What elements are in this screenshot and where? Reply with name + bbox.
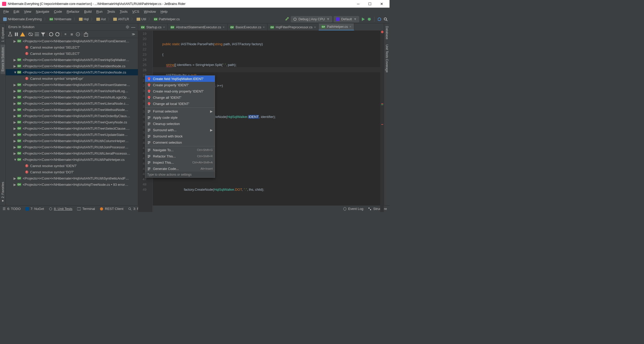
action-surround-with-[interactable]: Surround with...▶ xyxy=(145,127,215,133)
hammer-icon[interactable] xyxy=(285,17,289,22)
debug-icon[interactable] xyxy=(367,17,372,22)
close-icon[interactable]: × xyxy=(350,25,351,29)
crumb-6[interactable]: C#PathHelper.cs xyxy=(152,17,181,22)
file-item[interactable]: ▶C#<Projects>\<Core>\<NHibernate>\Hql\As… xyxy=(6,57,138,63)
popup-footer[interactable]: Type to show actions or settings xyxy=(145,172,215,177)
menu-window[interactable]: Window xyxy=(142,9,158,15)
file-item[interactable]: ▶C#<Projects>\<Core>\<NHibernate>\Hql\As… xyxy=(6,63,138,69)
error-item[interactable]: !Cannot resolve symbol 'SELECT' xyxy=(6,50,138,57)
bottom-nuget[interactable]: 7: NuGet xyxy=(25,207,44,211)
file-item[interactable]: ▶C#<Projects>\<Core>\<NHibernate>\Hql\As… xyxy=(6,100,138,107)
hide-errors-icon[interactable] xyxy=(28,31,33,37)
menu-vcs[interactable]: VCS xyxy=(130,9,142,15)
action-create-field-hqlsqlwalker-ident-[interactable]: Create field 'HqlSqlWalker.IDENT' xyxy=(145,76,215,82)
action-cleanup-selection[interactable]: Cleanup selection xyxy=(145,121,215,127)
action-comment-selection[interactable]: Comment selection xyxy=(145,139,215,145)
outdent-icon[interactable]: ≣ xyxy=(69,31,75,37)
target-icon[interactable] xyxy=(75,31,81,37)
tab-explorer[interactable]: 1: Explorer xyxy=(1,24,5,45)
action-apply-code-style[interactable]: Apply code style xyxy=(145,114,215,121)
file-item[interactable]: ▶C#<Projects>\<Core>\<NHibernate>\Hql\As… xyxy=(6,119,138,125)
bottom-todo[interactable]: ☰ 6: TODO xyxy=(3,207,21,211)
menu-help[interactable]: Help xyxy=(158,9,170,15)
file-item[interactable]: ▶C#<Projects>\<Core>\<NHibernate>\Hql\As… xyxy=(6,181,138,188)
flask-icon[interactable] xyxy=(7,31,13,37)
crumb-4[interactable]: ANTLR xyxy=(112,17,131,22)
action-format-selection[interactable]: Format selection▶ xyxy=(145,108,215,114)
action-generate-code-[interactable]: Generate Code...Alt+Insert xyxy=(145,166,215,172)
tab-basicexecutor-cs[interactable]: C#BasicExecutor.cs× xyxy=(227,24,268,30)
close-icon[interactable]: × xyxy=(223,25,225,29)
error-item[interactable]: !Cannot resolve symbol 'simpleExpr' xyxy=(6,75,138,82)
file-item[interactable]: ▶C#<Projects>\<Core>\<NHibernate>\Hql\As… xyxy=(6,131,138,138)
tab-pathhelper-cs[interactable]: C#PathHelper.cs× xyxy=(319,23,354,30)
refresh-icon[interactable] xyxy=(48,31,54,37)
gear-icon[interactable] xyxy=(125,25,130,29)
menu-view[interactable]: View xyxy=(22,9,33,15)
action-inspect-this-[interactable]: Inspect This...Ctrl+Alt+Shift+A xyxy=(145,159,215,166)
file-item[interactable]: ▶C#<Projects>\<Core>\<NHibernate>\Hql\As… xyxy=(6,138,138,144)
file-item[interactable]: ▶C#<Projects>\<Core>\<NHibernate>\Hql\As… xyxy=(6,88,138,94)
tab-startup-cs[interactable]: C#Startup.cs× xyxy=(138,24,168,30)
filter-icon[interactable] xyxy=(40,31,46,37)
export-icon[interactable] xyxy=(83,31,89,37)
errors-list[interactable]: ▶C#<Projects>\<Core>\<NHibernate>\Hql\As… xyxy=(6,38,138,205)
marker-bar[interactable] xyxy=(380,31,384,212)
tab-favorites[interactable]: ★ 2: Favorites xyxy=(1,181,5,205)
action-navigate-to-[interactable]: Navigate To...Ctrl+Shift+G xyxy=(145,147,215,153)
file-item[interactable]: ▶C#<Projects>\<Core>\<NHibernate>\Hql\As… xyxy=(6,150,138,156)
close-icon[interactable]: × xyxy=(163,25,165,29)
menu-code[interactable]: Code xyxy=(52,9,64,15)
crumb-1[interactable]: C#NHibernate xyxy=(48,17,73,22)
crumb-2[interactable]: Hql xyxy=(77,17,90,22)
run-config-dropdown[interactable]: Default▼ xyxy=(334,16,359,22)
menu-run[interactable]: Run xyxy=(94,9,105,15)
tab-hqlfilterpreprocessor-cs[interactable]: C#HqlFilterPreprocessor.cs× xyxy=(267,24,319,30)
search-icon[interactable] xyxy=(383,17,388,22)
file-item[interactable]: ▶C#<Projects>\<Core>\<NHibernate>\Hql\As… xyxy=(6,82,138,88)
action-change-all-local-ident-[interactable]: Change all local 'IDENT' xyxy=(145,101,215,107)
refresh2-icon[interactable] xyxy=(55,31,60,37)
minimize-button[interactable]: ─ xyxy=(352,0,364,8)
file-item[interactable]: ▶C#<Projects>\<Core>\<NHibernate>\Hql\As… xyxy=(6,107,138,113)
warning-icon[interactable] xyxy=(20,31,25,37)
pause-icon[interactable] xyxy=(14,31,19,37)
menu-build[interactable]: Build xyxy=(82,9,94,15)
menu-tools[interactable]: Tools xyxy=(117,9,130,15)
bottom-tests[interactable]: 8: Unit Tests xyxy=(49,207,72,211)
file-item[interactable]: ▶C#<Projects>\<Core>\<NHibernate>\Hql\As… xyxy=(6,94,138,100)
menu-edit[interactable]: Edit xyxy=(11,9,22,15)
file-item[interactable]: ▶C#<Projects>\<Core>\<NHibernate>\Hql\As… xyxy=(6,38,138,44)
action-refactor-this-[interactable]: Refactor This...Ctrl+Shift+R xyxy=(145,153,215,159)
file-item[interactable]: ▼C#<Projects>\<Core>\<NHibernate>\Hql\As… xyxy=(6,156,138,163)
menu-tests[interactable]: Tests xyxy=(105,9,117,15)
error-item[interactable]: !Cannot resolve symbol 'SELECT' xyxy=(6,44,138,50)
bottom-rest[interactable]: REST Client xyxy=(100,207,123,211)
menu-refactor[interactable]: Refactor xyxy=(64,9,82,15)
error-item[interactable]: !Cannot resolve symbol 'DOT' xyxy=(6,169,138,175)
close-icon[interactable]: × xyxy=(314,25,316,29)
tab-database[interactable]: Database xyxy=(385,23,389,42)
action-change-all-ident-[interactable]: Change all 'IDENT' xyxy=(145,94,215,101)
crumb-0[interactable]: NHibernate.Everything xyxy=(2,17,43,22)
close-icon[interactable]: × xyxy=(263,25,265,29)
indent-icon[interactable]: ≡ xyxy=(63,31,68,37)
build-config-dropdown[interactable]: Debug | Any CPU▼ xyxy=(291,16,332,22)
file-item[interactable]: ▶C#<Projects>\<Core>\<NHibernate>\Hql\As… xyxy=(6,144,138,150)
crumb-5[interactable]: Util xyxy=(135,17,148,22)
menu-file[interactable]: File xyxy=(1,9,11,15)
tab-coverage[interactable]: Unit Tests Coverage xyxy=(385,42,389,75)
action-surround-with-block[interactable]: Surround with block xyxy=(145,133,215,139)
hide-icon[interactable]: — xyxy=(131,25,135,29)
close-button[interactable]: ✕ xyxy=(376,0,387,8)
error-item[interactable]: !Cannot resolve symbol 'IDENT' xyxy=(6,163,138,169)
file-item[interactable]: ▶C#<Projects>\<Core>\<NHibernate>\Hql\As… xyxy=(6,125,138,131)
more-icon[interactable]: ≫ xyxy=(131,31,136,37)
file-item[interactable]: ▶C#<Projects>\<Core>\<NHibernate>\Hql\As… xyxy=(6,113,138,119)
action-create-read-only-property-ident-[interactable]: Create read-only property 'IDENT' xyxy=(145,88,215,94)
action-create-property-ident-[interactable]: Create property 'IDENT' xyxy=(145,82,215,88)
file-item[interactable]: ▼C#<Projects>\<Core>\<NHibernate>\Hql\As… xyxy=(6,69,138,75)
maximize-button[interactable]: ☐ xyxy=(364,0,376,8)
tab-errors[interactable]: Errors In Solution xyxy=(1,45,5,74)
file-item[interactable]: ▶C#<Projects>\<Core>\<NHibernate>\Hql\As… xyxy=(6,175,138,181)
